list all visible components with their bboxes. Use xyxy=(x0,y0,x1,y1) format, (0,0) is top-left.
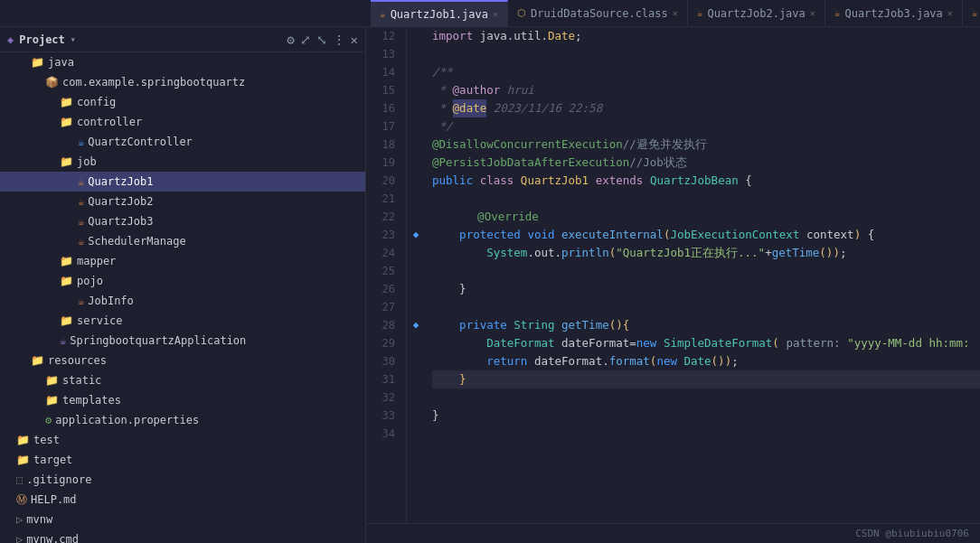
code-line-13 xyxy=(432,45,980,63)
code-line-16: * @date 2023/11/16 22:58 xyxy=(432,99,980,117)
main-layout: ◈ Project ▾ ⚙ ⤢ ⤡ ⋮ ✕ 📁 java 📦 com.examp… xyxy=(0,27,980,543)
tree-item-job[interactable]: 📁 job xyxy=(0,152,365,172)
code-line-21 xyxy=(432,190,980,208)
code-container: 12 13 14 15 16 17 18 19 20 21 22 23 24 2… xyxy=(366,27,980,523)
tree-item-controller[interactable]: 📁 controller xyxy=(0,112,365,132)
project-icon: ◈ xyxy=(7,33,14,46)
tree-label: com.example.springbootquartz xyxy=(62,76,245,89)
tab-close-icon[interactable]: ✕ xyxy=(493,9,498,19)
tree-label: .gitignore xyxy=(26,473,91,486)
tree-item-helpmd[interactable]: Ⓜ HELP.md xyxy=(0,490,365,510)
java-icon: ☕ xyxy=(834,7,841,19)
properties-icon: ⚙ xyxy=(45,414,52,426)
class-icon: ⬡ xyxy=(517,7,526,19)
mvnw-icon: ▷ xyxy=(16,513,23,526)
java-icon: ☕ xyxy=(78,195,84,208)
sidebar-toolbar: ⚙ ⤢ ⤡ ⋮ ✕ xyxy=(287,33,358,47)
close-sidebar-icon[interactable]: ✕ xyxy=(351,33,358,47)
tree-item-resources[interactable]: 📁 resources xyxy=(0,351,365,370)
tree-item-test[interactable]: 📁 test xyxy=(0,430,365,450)
tree-label: QuartzJob1 xyxy=(88,175,153,188)
tree-label: SchedulerManage xyxy=(88,235,185,248)
tree-item-schedulermanage[interactable]: ☕ SchedulerManage xyxy=(0,231,365,251)
tree-item-static[interactable]: 📁 static xyxy=(0,370,365,390)
tree-item-mapper[interactable]: 📁 mapper xyxy=(0,251,365,271)
code-line-32 xyxy=(432,389,980,407)
tree-item-templates[interactable]: 📁 templates xyxy=(0,390,365,410)
code-line-23: protected void executeInternal(JobExecut… xyxy=(432,226,980,244)
tab-close-icon[interactable]: ✕ xyxy=(947,8,953,18)
expand-icon[interactable]: ⤢ xyxy=(300,33,311,47)
dropdown-icon[interactable]: ▾ xyxy=(71,34,76,44)
tab-close-icon[interactable]: ✕ xyxy=(673,8,678,18)
code-line-28: private String getTime(){ xyxy=(432,316,980,334)
tree-label: pojo xyxy=(77,275,103,287)
tab-druiddatasource[interactable]: ⬡ DruidDataSource.class ✕ xyxy=(508,0,688,27)
tree-item-quartzjob1[interactable]: ☕ QuartzJob1 xyxy=(0,172,365,192)
tree-item-mvnwcmd[interactable]: ▷ mvnw.cmd xyxy=(0,529,365,543)
package-icon: 📦 xyxy=(45,76,59,89)
tree-item-appprop[interactable]: ⚙ application.properties xyxy=(0,410,365,430)
tree-item-quartzjob3[interactable]: ☕ QuartzJob3 xyxy=(0,211,365,231)
tree-item-service[interactable]: 📁 service xyxy=(0,311,365,331)
tab-quartzjob2[interactable]: ☕ QuartzJob2.java ✕ xyxy=(688,0,825,27)
tree-label: mapper xyxy=(77,255,116,267)
sidebar-title: Project xyxy=(19,33,65,46)
gitignore-icon: ⬚ xyxy=(16,473,23,486)
code-line-15: * @author hrui xyxy=(432,81,980,99)
code-line-22: @Override xyxy=(432,208,980,226)
java-icon: ☕ xyxy=(78,295,84,307)
tree-item-gitignore[interactable]: ⬚ .gitignore xyxy=(0,470,365,490)
folder-icon: 📁 xyxy=(60,255,73,267)
tree-item-quartzcontroller[interactable]: ☕ QuartzController xyxy=(0,132,365,152)
tree-item-config[interactable]: 📁 config xyxy=(0,92,365,112)
code-line-19: @PersistJobDataAfterExecution//Job状态 xyxy=(432,154,980,172)
code-line-33: } xyxy=(432,407,980,425)
code-line-14: /** xyxy=(432,63,980,81)
java-icon: ☕ xyxy=(78,136,84,148)
folder-icon: 📁 xyxy=(16,434,30,446)
folder-icon: 📁 xyxy=(60,314,73,327)
tree-item-target[interactable]: 📁 target xyxy=(0,450,365,470)
md-icon: Ⓜ xyxy=(16,492,27,508)
tree-label: QuartzJob2 xyxy=(88,195,153,208)
tab-quartzjob1[interactable]: ☕ QuartzJob1.java ✕ xyxy=(371,0,508,27)
tab-close-icon[interactable]: ✕ xyxy=(810,8,815,18)
code-line-18: @DisallowConcurrentExecution//避免并发执行 xyxy=(432,136,980,154)
code-line-25 xyxy=(432,262,980,280)
sidebar-header: ◈ Project ▾ ⚙ ⤢ ⤡ ⋮ ✕ xyxy=(0,27,365,52)
tab-quart[interactable]: ☕ Quart xyxy=(963,0,980,27)
tree-item-quartzjob2[interactable]: ☕ QuartzJob2 xyxy=(0,192,365,211)
code-line-31: } xyxy=(432,370,980,389)
tree-item-jobinfo[interactable]: ☕ JobInfo xyxy=(0,291,365,311)
tab-quartzjob3[interactable]: ☕ QuartzJob3.java ✕ xyxy=(825,0,963,27)
collapse-icon[interactable]: ⤡ xyxy=(316,33,327,47)
tree-item-springbootapp[interactable]: ☕ SpringbootquartzApplication xyxy=(0,331,365,351)
tree-label: HELP.md xyxy=(31,493,77,506)
status-bar: CSDN @biubiubiu0706 xyxy=(366,523,980,543)
editor-area[interactable]: 12 13 14 15 16 17 18 19 20 21 22 23 24 2… xyxy=(366,27,980,543)
code-line-17: */ xyxy=(432,117,980,136)
tree-label: mvnw.cmd xyxy=(26,533,79,543)
tree-label: application.properties xyxy=(55,414,199,426)
tree-item-pojo[interactable]: 📁 pojo xyxy=(0,271,365,291)
code-line-26: } xyxy=(432,280,980,298)
folder-icon: 📁 xyxy=(60,155,73,168)
folder-icon: 📁 xyxy=(31,56,44,69)
tab-label: DruidDataSource.class xyxy=(531,7,668,20)
more-icon[interactable]: ⋮ xyxy=(333,33,345,47)
tab-label: QuartzJob1.java xyxy=(391,8,488,21)
tree-item-com[interactable]: 📦 com.example.springbootquartz xyxy=(0,72,365,92)
code-lines[interactable]: import java.util.Date; /** * @author hru… xyxy=(425,27,980,523)
folder-icon: 📁 xyxy=(60,275,73,287)
settings-icon[interactable]: ⚙ xyxy=(287,33,294,47)
gutter: ◆ ◆ xyxy=(407,27,425,523)
tree-label: service xyxy=(77,314,123,327)
java-icon: ☕ xyxy=(78,175,84,188)
tree-item-java[interactable]: 📁 java xyxy=(0,52,365,72)
tree-label: mvnw xyxy=(26,513,52,526)
tab-label: QuartzJob2.java xyxy=(707,7,805,20)
sidebar: ◈ Project ▾ ⚙ ⤢ ⤡ ⋮ ✕ 📁 java 📦 com.examp… xyxy=(0,27,366,543)
tab-label: QuartzJob3.java xyxy=(844,7,942,20)
tree-item-mvnw[interactable]: ▷ mvnw xyxy=(0,510,365,529)
